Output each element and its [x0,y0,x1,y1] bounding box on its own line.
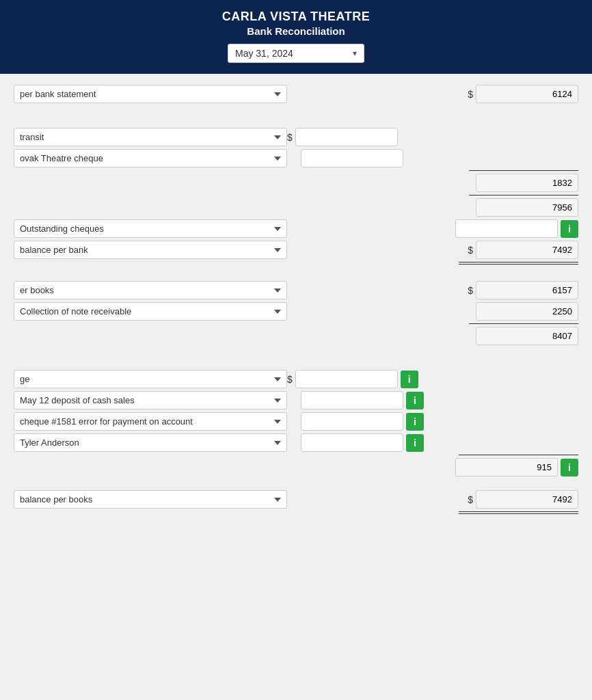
cheque1581-row: cheque #1581 error for payment on accoun… [14,412,578,431]
may12-info-button[interactable]: i [406,392,424,409]
charge-row: ge $ 40 i [14,370,578,388]
bank-balance-display: 7492 [476,241,578,259]
bank-statement-row: per bank statement $ 6124 [14,85,578,103]
subtotal1-row: 1832 [14,174,578,192]
may12-row: May 12 deposit of cash sales 10 i [14,391,578,409]
charge-dollar: $ [287,374,293,385]
collection-select[interactable]: Collection of note receivable [14,302,287,321]
bank-statement-dollar: $ [468,89,473,100]
charge-amount[interactable]: 40 [295,370,398,388]
novak-amount[interactable]: 540 [301,149,403,167]
novak-row: ovak Theatre cheque 540 [14,149,578,167]
deposits-transit-select[interactable]: transit [14,128,287,146]
underline3 [14,323,578,324]
header: CARLA VISTA THEATRE Bank Reconciliation … [0,0,592,74]
page: CARLA VISTA THEATRE Bank Reconciliation … [0,0,592,700]
charge-select[interactable]: ge [14,370,287,388]
tyler-row: Tyler Anderson 847 i [14,433,578,452]
date-dropdown[interactable]: May 31, 2024 ▾ [228,44,364,63]
outstanding-amount[interactable]: 464 [455,219,558,238]
transit-dollar: $ [287,132,293,143]
tyler-select[interactable]: Tyler Anderson [14,433,287,452]
per-books-row: er books $ 6157 [14,281,578,299]
outstanding-select[interactable]: Outstanding cheques [14,219,287,238]
collection-row: Collection of note receivable 2250 [14,302,578,321]
tyler-amount[interactable]: 847 [301,433,403,452]
subtotal2-display: 8407 [476,327,578,345]
subtotal2-row: 8407 [14,327,578,345]
balance-per-bank-select[interactable]: balance per bank [14,241,287,259]
tyler-info-button[interactable]: i [406,434,424,452]
collection-amount: 2250 [476,302,578,321]
bank-statement-label-col: per bank statement [14,85,287,103]
bank-balance-dollar: $ [468,245,473,256]
underline4 [14,455,578,455]
adjusted1-display: 7956 [476,198,578,217]
novak-select[interactable]: ovak Theatre cheque [14,149,287,167]
subtotal3-display: 915 [455,458,558,476]
double-underline2 [14,511,578,514]
balance-per-books-row: balance per books $ 7492 [14,490,578,509]
company-name: CARLA VISTA THEATRE [14,10,578,24]
charge-info-button[interactable]: i [401,371,418,388]
subtotal3-info-button[interactable]: i [561,459,578,476]
chevron-down-icon: ▾ [353,49,357,58]
per-books-select[interactable]: er books [14,281,287,299]
outstanding-info-button[interactable]: i [561,220,578,238]
balance-per-bank-row: balance per bank $ 7492 [14,241,578,259]
subtotal3-row: 915 i [14,458,578,476]
content: per bank statement $ 6124 transit $ 1292 [0,74,592,514]
date-label: May 31, 2024 [235,48,293,59]
bank-statement-balance: 6124 [476,85,578,103]
balance-per-books-select[interactable]: balance per books [14,490,287,509]
double-underline1 [14,262,578,265]
books-final-balance: 7492 [476,490,578,509]
page-title: Bank Reconciliation [14,25,578,37]
bank-statement-select[interactable]: per bank statement [14,85,287,103]
cheque1581-info-button[interactable]: i [406,413,424,431]
cheque1581-select[interactable]: cheque #1581 error for payment on accoun… [14,412,287,431]
cheque1581-amount[interactable]: 18 [301,412,403,431]
underline2 [14,195,578,196]
books-final-dollar: $ [468,494,473,505]
may12-select[interactable]: May 12 deposit of cash sales [14,391,287,409]
may12-amount[interactable]: 10 [301,391,403,409]
outstanding-row: Outstanding cheques 464 i [14,219,578,238]
subtotal1-display: 1832 [476,174,578,192]
books-dollar: $ [468,285,473,296]
books-balance-display: 6157 [476,281,578,299]
transit-amount[interactable]: 1292 [295,128,398,146]
deposits-transit-row: transit $ 1292 [14,128,578,146]
adjusted1-row: 7956 [14,198,578,217]
